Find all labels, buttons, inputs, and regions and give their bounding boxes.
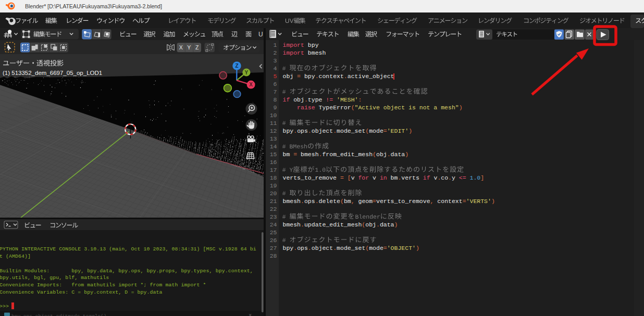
svg-text:U: U: [258, 31, 263, 38]
svg-text:Y: Y: [245, 70, 249, 75]
svg-text:(1) 513352_dem_6697_05_op_LOD1: (1) 513352_dem_6697_05_op_LOD1: [3, 70, 102, 76]
svg-text:X: X: [249, 82, 253, 87]
svg-text:Z: Z: [195, 44, 199, 50]
svg-text:Y: Y: [187, 44, 191, 50]
svg-text:Z: Z: [235, 63, 238, 69]
svg-text:X: X: [179, 44, 183, 50]
